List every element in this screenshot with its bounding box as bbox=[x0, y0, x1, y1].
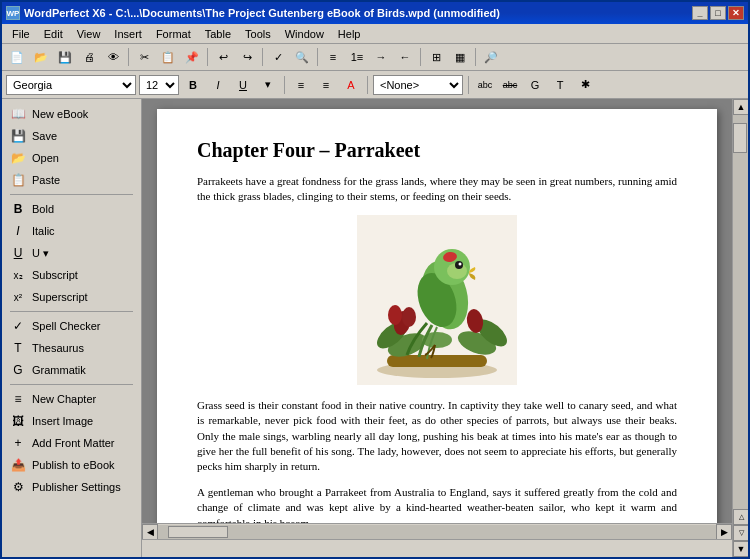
v-scroll-thumb[interactable] bbox=[733, 123, 747, 153]
bold-button[interactable]: B bbox=[182, 75, 204, 95]
scroll-down-button[interactable]: ▼ bbox=[733, 541, 748, 557]
sidebar-item-new-ebook[interactable]: 📖 New eBook bbox=[2, 103, 141, 125]
sidebar-label-new-ebook: New eBook bbox=[32, 108, 88, 120]
chapter-title: Chapter Four – Parrakeet bbox=[197, 139, 677, 162]
menu-bar: File Edit View Insert Format Table Tools… bbox=[2, 24, 748, 44]
maximize-button[interactable]: □ bbox=[710, 6, 726, 20]
sidebar-label-paste: Paste bbox=[32, 174, 60, 186]
sidebar-item-thesaurus[interactable]: T Thesaurus bbox=[2, 337, 141, 359]
font-size-selector[interactable]: 12 bbox=[139, 75, 179, 95]
bullets-button[interactable]: ≡ bbox=[322, 46, 344, 68]
sidebar-item-spell-checker[interactable]: ✓ Spell Checker bbox=[2, 315, 141, 337]
preview-button[interactable]: 👁 bbox=[102, 46, 124, 68]
sidebar-label-spell-checker: Spell Checker bbox=[32, 320, 100, 332]
grammar-button[interactable]: G bbox=[524, 75, 546, 95]
menu-table[interactable]: Table bbox=[199, 26, 237, 42]
columns-button[interactable]: ▦ bbox=[449, 46, 471, 68]
sidebar-item-publish-ebook[interactable]: 📤 Publish to eBook bbox=[2, 454, 141, 476]
scroll-page-up[interactable]: △ bbox=[733, 509, 748, 525]
h-scroll-track[interactable] bbox=[158, 525, 716, 539]
scroll-left-button[interactable]: ◀ bbox=[142, 524, 158, 540]
close-button[interactable]: ✕ bbox=[728, 6, 744, 20]
main-toolbar: 📄 📂 💾 🖨 👁 ✂ 📋 📌 ↩ ↪ ✓ 🔍 ≡ 1≡ → ← ⊞ ▦ 🔎 bbox=[2, 44, 748, 71]
outdent-button[interactable]: ← bbox=[394, 46, 416, 68]
minimize-button[interactable]: _ bbox=[692, 6, 708, 20]
spell-button[interactable]: ✓ bbox=[267, 46, 289, 68]
sidebar-item-subscript[interactable]: x₂ Subscript bbox=[2, 264, 141, 286]
sidebar-item-insert-image[interactable]: 🖼 Insert Image bbox=[2, 410, 141, 432]
subscript-icon: x₂ bbox=[10, 267, 26, 283]
save-button[interactable]: 💾 bbox=[54, 46, 76, 68]
menu-window[interactable]: Window bbox=[279, 26, 330, 42]
bird-illustration bbox=[357, 215, 517, 385]
menu-view[interactable]: View bbox=[71, 26, 107, 42]
thesaurus-icon: T bbox=[10, 340, 26, 356]
justify-center-button[interactable]: ≡ bbox=[315, 75, 337, 95]
cut-button[interactable]: ✂ bbox=[133, 46, 155, 68]
open-button[interactable]: 📂 bbox=[30, 46, 52, 68]
sidebar-item-open[interactable]: 📂 Open bbox=[2, 147, 141, 169]
publish-ebook-icon: 📤 bbox=[10, 457, 26, 473]
justify-left-button[interactable]: ≡ bbox=[290, 75, 312, 95]
menu-format[interactable]: Format bbox=[150, 26, 197, 42]
sidebar-label-insert-image: Insert Image bbox=[32, 415, 93, 427]
sidebar-item-grammatik[interactable]: G Grammatik bbox=[2, 359, 141, 381]
paste-button[interactable]: 📌 bbox=[181, 46, 203, 68]
new-button[interactable]: 📄 bbox=[6, 46, 28, 68]
save-icon: 💾 bbox=[10, 128, 26, 144]
v-scroll-track[interactable] bbox=[733, 115, 748, 509]
indent-button[interactable]: → bbox=[370, 46, 392, 68]
scroll-right-button[interactable]: ▶ bbox=[716, 524, 732, 540]
menu-help[interactable]: Help bbox=[332, 26, 367, 42]
toolbar-sep-4 bbox=[317, 48, 318, 66]
sidebar-item-new-chapter[interactable]: ≡ New Chapter bbox=[2, 388, 141, 410]
svg-point-9 bbox=[388, 305, 402, 325]
copy-button[interactable]: 📋 bbox=[157, 46, 179, 68]
sidebar-label-subscript: Subscript bbox=[32, 269, 78, 281]
sidebar-sep-1 bbox=[10, 194, 133, 195]
paragraph-1: Parrakeets have a great fondness for the… bbox=[197, 174, 677, 205]
underline-dropdown[interactable]: ▾ bbox=[257, 75, 279, 95]
toolbar-sep-6 bbox=[475, 48, 476, 66]
menu-insert[interactable]: Insert bbox=[108, 26, 148, 42]
sidebar-item-superscript[interactable]: x² Superscript bbox=[2, 286, 141, 308]
find-button[interactable]: 🔍 bbox=[291, 46, 313, 68]
toolbar-sep-1 bbox=[128, 48, 129, 66]
print-button[interactable]: 🖨 bbox=[78, 46, 100, 68]
scroll-page-down[interactable]: ▽ bbox=[733, 525, 748, 541]
spellcheck-abc2[interactable]: abc bbox=[499, 75, 521, 95]
insert-image-icon: 🖼 bbox=[10, 413, 26, 429]
numbering-button[interactable]: 1≡ bbox=[346, 46, 368, 68]
thesaurus-toolbar-button[interactable]: T bbox=[549, 75, 571, 95]
title-bar: WP WordPerfect X6 - C:\...\Documents\The… bbox=[2, 2, 748, 24]
table-button[interactable]: ⊞ bbox=[425, 46, 447, 68]
menu-tools[interactable]: Tools bbox=[239, 26, 277, 42]
font-selector[interactable]: Georgia bbox=[6, 75, 136, 95]
scroll-up-button[interactable]: ▲ bbox=[733, 99, 748, 115]
paragraph-3: A gentleman who brought a Parrakeet from… bbox=[197, 485, 677, 523]
sidebar-label-save: Save bbox=[32, 130, 57, 142]
menu-edit[interactable]: Edit bbox=[38, 26, 69, 42]
style-selector[interactable]: <None> bbox=[373, 75, 463, 95]
new-chapter-icon: ≡ bbox=[10, 391, 26, 407]
sidebar-item-publisher-settings[interactable]: ⚙ Publisher Settings bbox=[2, 476, 141, 498]
sidebar-item-underline[interactable]: U U ▾ bbox=[2, 242, 141, 264]
sidebar-item-italic[interactable]: I Italic bbox=[2, 220, 141, 242]
sidebar-item-save[interactable]: 💾 Save bbox=[2, 125, 141, 147]
sidebar-item-paste[interactable]: 📋 Paste bbox=[2, 169, 141, 191]
spellcheck-abc1[interactable]: abc bbox=[474, 75, 496, 95]
h-scroll-thumb[interactable] bbox=[168, 526, 228, 538]
zoom-button[interactable]: 🔎 bbox=[480, 46, 502, 68]
macro-button[interactable]: ✱ bbox=[574, 75, 596, 95]
menu-file[interactable]: File bbox=[6, 26, 36, 42]
italic-button[interactable]: I bbox=[207, 75, 229, 95]
redo-button[interactable]: ↪ bbox=[236, 46, 258, 68]
font-color-button[interactable]: A bbox=[340, 75, 362, 95]
sidebar-item-add-front-matter[interactable]: + Add Front Matter bbox=[2, 432, 141, 454]
sidebar-item-bold[interactable]: B Bold bbox=[2, 198, 141, 220]
underline-button[interactable]: U bbox=[232, 75, 254, 95]
undo-button[interactable]: ↩ bbox=[212, 46, 234, 68]
sidebar-label-italic: Italic bbox=[32, 225, 55, 237]
document-scroll[interactable]: Chapter Four – Parrakeet Parrakeets have… bbox=[142, 99, 732, 523]
sidebar-label-bold: Bold bbox=[32, 203, 54, 215]
